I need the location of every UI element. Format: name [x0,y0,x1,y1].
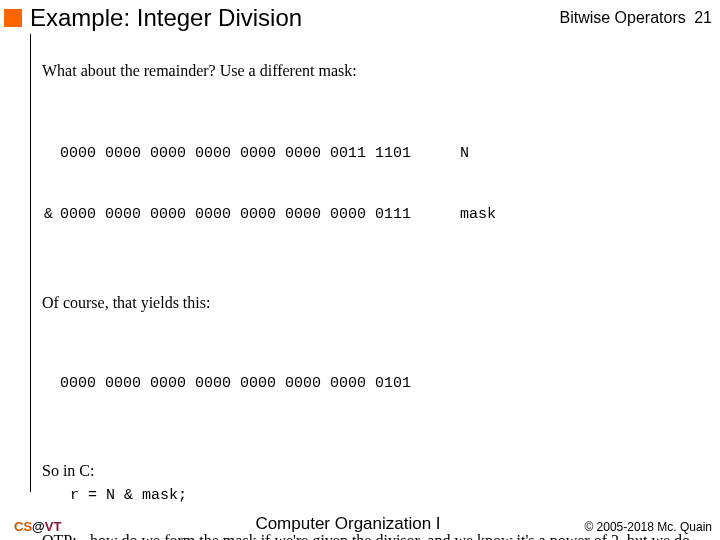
ofcourse-text: Of course, that yields this: [42,292,700,314]
code-row-result: 0000 0000 0000 0000 0000 0000 0000 0101 [60,374,700,394]
footer-course: Computer Organization I [144,514,552,534]
page-number: 21 [694,9,712,26]
footer-vt: VT [45,519,62,534]
soinc-text: So in C: [42,460,700,482]
slide-body: What about the remainder? Use a differen… [0,34,720,540]
section-label: Bitwise Operators [559,9,685,26]
csvt-logo: CS@VT [14,519,144,534]
label-mask: mask [460,205,540,225]
slide-header: Example: Integer Division Bitwise Operat… [0,0,720,34]
c-code-line: r = N & mask; [70,486,700,506]
bits-result: 0000 0000 0000 0000 0000 0000 0000 0101 [60,374,460,394]
blank-operator [44,144,60,164]
vertical-rule [30,34,31,492]
and-operator: & [44,205,60,225]
bits-n: 0000 0000 0000 0000 0000 0000 0011 1101 [60,144,460,164]
slide: Example: Integer Division Bitwise Operat… [0,0,720,540]
bitmask-code-block: 0000 0000 0000 0000 0000 0000 0011 1101 … [60,104,700,266]
section-page: Bitwise Operators 21 [559,9,712,27]
footer-cs: CS [14,519,32,534]
result-code-block: 0000 0000 0000 0000 0000 0000 0000 0101 [60,333,700,434]
slide-title: Example: Integer Division [30,4,559,32]
intro-text: What about the remainder? Use a differen… [42,60,700,82]
label-n: N [460,144,540,164]
code-row-n: 0000 0000 0000 0000 0000 0000 0011 1101 … [60,144,700,164]
orange-square-icon [4,9,22,27]
bits-mask: 0000 0000 0000 0000 0000 0000 0000 0111 [60,205,460,225]
slide-footer: CS@VT Computer Organization I © 2005-201… [0,514,720,534]
code-row-mask: & 0000 0000 0000 0000 0000 0000 0000 011… [60,205,700,225]
footer-copyright: © 2005-2018 Mc. Quain [552,520,712,534]
footer-at: @ [32,519,45,534]
blank-operator-2 [44,374,60,394]
